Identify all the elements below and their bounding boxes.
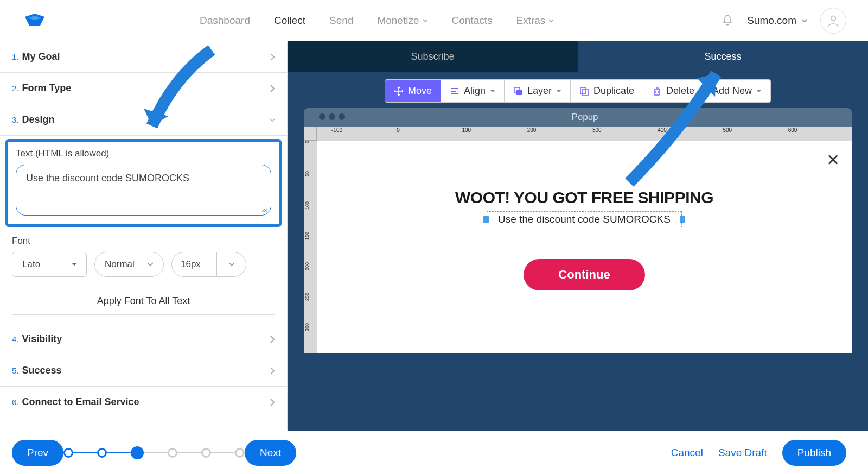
chevron-right-icon [270, 399, 275, 406]
resize-handle-icon[interactable] [262, 206, 267, 212]
footer-bar: Prev Next Cancel Save Draft Publish [0, 431, 868, 474]
nav-extras[interactable]: Extras [516, 15, 554, 27]
close-icon[interactable]: ✕ [826, 150, 840, 169]
left-panel: 1.My Goal 2.Form Type 3.Design Text (HTM… [0, 41, 288, 474]
layer-icon [513, 86, 523, 96]
bell-icon[interactable] [721, 14, 734, 27]
selection-handle-right[interactable] [680, 216, 685, 223]
step-title: Design [22, 114, 55, 125]
save-draft-button[interactable]: Save Draft [718, 447, 767, 459]
popup-canvas[interactable]: ✕ WOOT! YOU GOT FREE SHIPPING Use the di… [317, 141, 852, 353]
window-dot [339, 113, 345, 120]
text-area-wrap [16, 165, 271, 216]
apply-font-button[interactable]: Apply Font To All Text [12, 287, 275, 315]
step-title: Success [22, 365, 62, 376]
duplicate-icon [579, 86, 589, 96]
caret-icon [556, 90, 561, 93]
progress-dot[interactable] [63, 448, 73, 458]
popup-subtitle-selected[interactable]: Use the discount code SUMOROCKS [487, 211, 682, 227]
chevron-down-icon [423, 19, 428, 22]
nav-contacts[interactable]: Contacts [452, 15, 493, 27]
step-title: Connect to Email Service [22, 396, 139, 408]
addnew-button[interactable]: Add New [704, 80, 770, 102]
tab-success[interactable]: Success [578, 41, 868, 72]
move-label: Move [408, 85, 432, 97]
ruler-corner [304, 127, 317, 141]
window-title: Popup [353, 112, 817, 123]
popup-subtitle[interactable]: Use the discount code SUMOROCKS [487, 211, 682, 227]
top-nav: Dashboard Collect Send Monetize Contacts… [0, 0, 868, 41]
nav-monetize-label: Monetize [377, 15, 419, 27]
font-style-select[interactable]: Normal [94, 252, 164, 277]
popup-continue-button[interactable]: Continue [524, 259, 644, 290]
svg-rect-2 [516, 90, 522, 95]
nav-collect[interactable]: Collect [274, 15, 305, 27]
account-selector[interactable]: Sumo.com [747, 15, 807, 27]
layer-label: Layer [527, 85, 552, 97]
preview-window: Popup -1000100200300400500600 0501001502… [304, 108, 852, 353]
brand-logo[interactable] [22, 8, 48, 34]
ruler-vertical: 050100150200250300 [304, 141, 317, 353]
duplicate-label: Duplicate [593, 85, 634, 97]
duplicate-button[interactable]: Duplicate [571, 80, 643, 102]
ruler-horizontal: -1000100200300400500600 [317, 127, 852, 141]
popup-headline[interactable]: WOOT! YOU GOT FREE SHIPPING [455, 188, 713, 207]
step-form-type[interactable]: 2.Form Type [0, 73, 287, 104]
font-family-select[interactable]: Lato [12, 252, 87, 277]
chevron-down-icon [270, 116, 275, 124]
align-button[interactable]: Align [441, 80, 505, 102]
chevron-right-icon [270, 85, 275, 92]
align-label: Align [464, 85, 486, 97]
layer-button[interactable]: Layer [505, 80, 571, 102]
text-field-label: Text (HTML is allowed) [16, 148, 271, 159]
text-editor-panel: Text (HTML is allowed) [5, 139, 282, 227]
step-title: My Goal [22, 51, 60, 62]
chevron-down-icon [548, 19, 554, 22]
prev-button[interactable]: Prev [12, 440, 63, 466]
window-dot [329, 113, 335, 120]
step-connect-email[interactable]: 6.Connect to Email Service [0, 387, 287, 418]
caret-icon [72, 262, 76, 267]
cancel-button[interactable]: Cancel [671, 447, 703, 459]
editor-tabs: Subscribe Success [288, 41, 868, 72]
nav-send[interactable]: Send [329, 15, 353, 27]
step-num: 6. [12, 397, 19, 407]
font-style-value: Normal [105, 259, 135, 270]
topnav-right: Sumo.com [721, 8, 846, 34]
ruler-area: -1000100200300400500600 0501001502002503… [304, 127, 852, 353]
step-num: 4. [12, 334, 19, 344]
account-name: Sumo.com [747, 15, 796, 27]
window-controls [311, 111, 353, 123]
progress-dot[interactable] [235, 448, 245, 458]
publish-button[interactable]: Publish [782, 440, 846, 466]
svg-rect-4 [583, 89, 588, 96]
delete-button[interactable]: Delete [643, 80, 704, 102]
progress-dot-current[interactable] [131, 446, 144, 459]
font-size-input[interactable]: 16px [171, 252, 217, 277]
chevron-down-icon [228, 262, 235, 267]
chevron-right-icon [270, 53, 275, 61]
nav-dashboard[interactable]: Dashboard [200, 15, 250, 27]
next-button[interactable]: Next [245, 440, 296, 466]
step-design[interactable]: 3.Design [0, 104, 287, 136]
caret-icon [490, 90, 495, 93]
delete-label: Delete [666, 85, 694, 97]
tab-subscribe[interactable]: Subscribe [288, 41, 578, 72]
font-section: Font Lato Normal 16px [0, 230, 287, 324]
step-num: 1. [12, 52, 19, 61]
chevron-right-icon [270, 336, 275, 343]
person-icon [826, 14, 840, 28]
move-button[interactable]: Move [385, 80, 441, 102]
step-visibility[interactable]: 4.Visibility [0, 324, 287, 355]
align-icon [450, 86, 459, 96]
avatar[interactable] [820, 8, 846, 34]
progress-dot[interactable] [201, 448, 211, 458]
step-success[interactable]: 5.Success [0, 355, 287, 387]
step-my-goal[interactable]: 1.My Goal [0, 41, 287, 73]
progress-dot[interactable] [168, 448, 177, 458]
progress-dot[interactable] [97, 448, 107, 458]
step-num: 3. [12, 115, 19, 124]
font-size-dropdown[interactable] [217, 252, 246, 277]
nav-monetize[interactable]: Monetize [377, 15, 427, 27]
text-input[interactable] [21, 169, 266, 208]
